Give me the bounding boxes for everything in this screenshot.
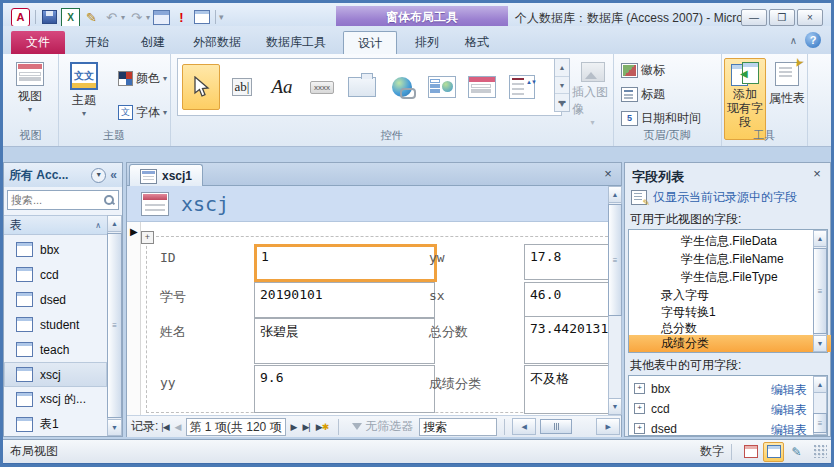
select-control-button[interactable] (182, 64, 220, 110)
run-button[interactable]: ! (173, 9, 190, 26)
nav-item-dsed[interactable]: dsed (4, 287, 107, 312)
button-control-button[interactable]: xxxx (304, 65, 340, 109)
field-list-close-icon[interactable]: × (809, 166, 825, 182)
expand-icon[interactable]: + (634, 383, 645, 394)
record-selector-strip[interactable]: ▶ (127, 222, 141, 415)
hyperlink-control-button[interactable] (384, 65, 420, 109)
record-position-box[interactable]: 第 1 项(共 120 项 (186, 418, 286, 436)
tab-home[interactable]: 开始 (73, 31, 121, 54)
hscroll-right-icon[interactable]: ▶ (596, 418, 620, 435)
tab-design[interactable]: 设计 (343, 31, 397, 55)
nav-item-xscj-copy[interactable]: xscj 的... (4, 387, 107, 412)
form-view-button[interactable] (740, 442, 761, 462)
nav-scrollbar[interactable]: ▲ ≡ ▼ (107, 215, 122, 436)
other-tables-scrollbar[interactable]: ▲ ≡ (813, 376, 827, 435)
first-record-button[interactable]: |◀ (158, 422, 171, 432)
field-list-item[interactable]: 字母转换1 (629, 304, 833, 321)
nav-item-ccd[interactable]: ccd (4, 262, 107, 287)
tab-control-button[interactable] (344, 65, 380, 109)
nav-item-xscj[interactable]: xscj (4, 362, 107, 387)
scroll-down-icon[interactable]: ▼ (814, 335, 826, 351)
tab-format[interactable]: 格式 (455, 31, 499, 54)
restore-button[interactable]: ❒ (769, 9, 795, 26)
field-list-scrollbar[interactable]: ▲ ≡ ▼ (813, 230, 827, 352)
show-current-source-link[interactable]: 仅显示当前记录源中的字段 (631, 189, 797, 206)
field-list-item[interactable]: 学生信息.FileType (629, 269, 834, 286)
undo-dropdown[interactable]: ▾ (121, 13, 125, 22)
nav-item-student[interactable]: student (4, 312, 107, 337)
themes-button[interactable]: 文文 主题 ▾ (70, 62, 98, 117)
tab-create[interactable]: 创建 (129, 31, 177, 54)
nav-item-bbx[interactable]: bbx (4, 237, 107, 262)
expand-icon[interactable]: + (634, 423, 645, 434)
design-view-button[interactable]: ✎ (83, 9, 100, 26)
nav-scroll-thumb[interactable]: ≡ (107, 233, 122, 418)
date-time-button[interactable]: 5 日期和时间 (621, 110, 701, 127)
title-button[interactable]: 标题 (621, 86, 665, 103)
undo-button[interactable]: ↶ (103, 9, 120, 26)
help-button[interactable]: ? (805, 32, 821, 48)
gallery-down-icon[interactable]: ▼ (555, 77, 569, 95)
nav-search-input[interactable] (8, 194, 103, 206)
next-record-button[interactable]: ▶ (288, 422, 300, 432)
nav-section-tables[interactable]: 表 ∧ (4, 215, 107, 235)
textbox-control-button[interactable]: ab| (224, 65, 260, 109)
excel-export-button[interactable]: X (61, 8, 80, 27)
tab-external-data[interactable]: 外部数据 (185, 31, 249, 54)
scroll-down-icon[interactable]: ▼ (108, 419, 121, 435)
hscroll-left-icon[interactable]: ◀ (512, 418, 536, 435)
design-view-button[interactable]: ✎ (786, 442, 807, 462)
record-search-box[interactable] (419, 418, 497, 436)
layout-view-button[interactable] (763, 442, 784, 462)
layout-move-handle[interactable]: + (141, 231, 154, 244)
tab-database-tools[interactable]: 数据库工具 (257, 31, 335, 54)
scroll-thumb[interactable]: ≡ (813, 413, 827, 433)
last-record-button[interactable]: ▶| (299, 422, 312, 432)
nav-pane-header[interactable]: 所有 Acc... ▼ « (4, 163, 122, 187)
form-scroll-thumb[interactable]: ≡ (608, 204, 622, 316)
nav-item-table1[interactable]: 表1 (4, 412, 107, 437)
section-collapse-icon[interactable]: ∧ (95, 221, 101, 230)
logo-button[interactable]: 徽标 (621, 62, 665, 79)
scroll-thumb[interactable]: ≡ (813, 248, 827, 334)
nav-search-box[interactable] (7, 190, 119, 210)
scroll-up-icon[interactable]: ▲ (108, 216, 121, 232)
redo-dropdown[interactable]: ▾ (146, 13, 150, 22)
scroll-down-icon[interactable]: ▼ (609, 398, 621, 414)
previous-record-button[interactable]: ◀ (172, 422, 184, 432)
field-list-item[interactable]: 学生信息.FileData (629, 233, 834, 250)
resize-grip[interactable] (814, 445, 827, 458)
navigation-control-button[interactable] (464, 65, 500, 109)
expand-icon[interactable]: + (634, 403, 645, 414)
qat-customize-dropdown[interactable]: ▾ (219, 12, 224, 22)
minimize-button[interactable]: — (741, 9, 767, 26)
save-button[interactable] (41, 9, 58, 26)
combo-box-control-button[interactable] (504, 65, 540, 109)
insert-image-button[interactable]: 插入图像 ▾ (572, 62, 613, 126)
gallery-more-icon[interactable]: ▬▼ (555, 94, 569, 111)
field-value-yy[interactable]: 9.6 (254, 365, 435, 413)
label-control-button[interactable]: Aa (264, 65, 300, 109)
property-sheet-button[interactable]: 属性表 (769, 58, 805, 107)
field-value-xuehao[interactable]: 20190101 (254, 282, 435, 318)
collapse-ribbon-icon[interactable]: ∧ (790, 35, 797, 46)
edit-table-link[interactable]: 编辑表 (771, 402, 807, 419)
datasheet-button[interactable] (193, 9, 210, 26)
field-list-item-selected[interactable]: 成绩分类 (629, 335, 834, 352)
scroll-up-icon[interactable]: ▲ (814, 377, 826, 393)
no-filter-label[interactable]: 无筛选器 (365, 418, 413, 435)
switchboard-button[interactable] (153, 9, 170, 26)
web-browser-control-button[interactable] (424, 65, 460, 109)
record-search-input[interactable] (420, 419, 496, 435)
nav-item-teach[interactable]: teach (4, 337, 107, 362)
field-value-id[interactable]: 1 (254, 244, 437, 282)
document-tab-xscj1[interactable]: xscj1 (129, 164, 203, 187)
tab-file[interactable]: 文件 (11, 31, 65, 54)
edit-table-link[interactable]: 编辑表 (771, 422, 807, 439)
form-scrollbar[interactable]: ▲ ≡ ▼ (608, 186, 622, 415)
field-value-xingming[interactable]: 张碧晨 (254, 318, 435, 364)
scroll-up-icon[interactable]: ▲ (814, 231, 826, 247)
search-icon[interactable] (103, 194, 115, 206)
scroll-up-icon[interactable]: ▲ (609, 187, 621, 203)
gallery-up-icon[interactable]: ▲ (555, 59, 569, 77)
